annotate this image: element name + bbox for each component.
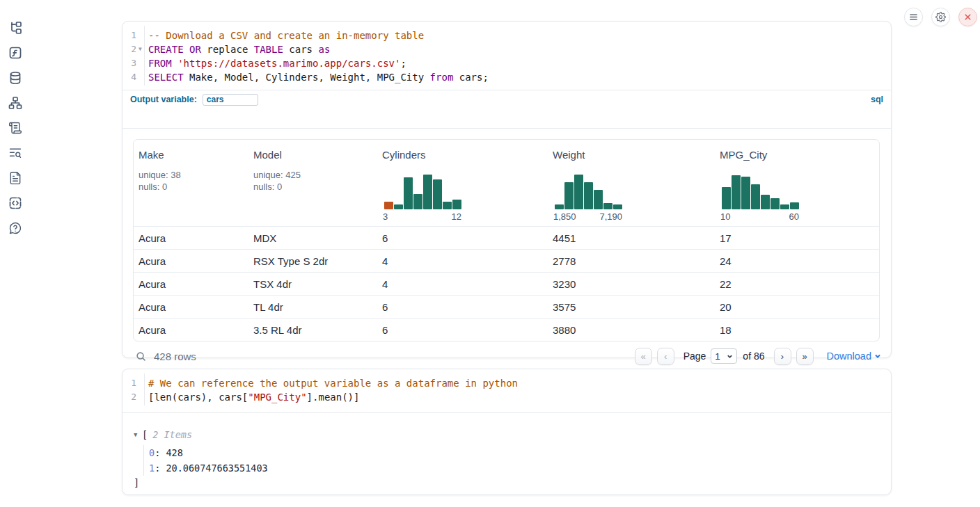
menu-button[interactable] [904,8,923,26]
items-count-label: 2 Items [152,429,192,440]
table-cell: 6 [377,232,548,244]
database-icon [8,71,22,85]
fold-chevron-icon[interactable]: ▼ [136,42,144,56]
shutdown-button[interactable] [958,8,977,26]
gear-icon [935,12,946,22]
line-number: 1 [122,29,136,42]
token-str: "MPG_City" [248,392,306,403]
function-variables-icon [8,46,22,60]
stat-line: nulls: 0 [253,181,377,193]
tree-entry: 0: 428 [149,445,891,460]
column-header-weight[interactable]: Weight1,8507,190 [548,140,715,226]
topbar-actions [904,8,977,26]
histogram-bar [613,204,622,209]
row-count: 428 rows [154,351,196,362]
collapse-chevron-icon[interactable]: ▼ [134,431,142,438]
code-text: FROM 'https://datasets.marimo.app/cars.c… [144,56,406,70]
sidebar-item-datasources[interactable] [3,65,28,90]
sidebar-item-variables[interactable] [3,40,28,65]
column-name: MPG_City [720,149,879,161]
histogram-axis: 1,8507,190 [555,211,622,222]
table-row: AcuraMDX6445117 [134,226,879,249]
column-header-model[interactable]: Modelunique: 425nulls: 0 [248,140,377,226]
line-number: 1 [122,376,136,390]
code-text: [len(cars), cars["MPG_City"].mean()] [144,390,359,404]
table-header-row: Makeunique: 38nulls: 0Modelunique: 425nu… [134,140,879,226]
line-number: 3 [122,56,136,70]
tree-root-row: ▼ [ 2 Items [134,428,891,441]
language-badge: sql [871,95,883,104]
column-name: Make [139,149,248,161]
histogram-bar [790,202,799,209]
python-code-editor[interactable]: 1# We can reference the output variable … [122,369,891,410]
previous-page-button[interactable]: ‹ [657,348,674,365]
output-variable-input[interactable] [203,94,258,106]
table-body: AcuraMDX6445117AcuraRSX Type S 2dr427782… [134,226,879,341]
token-pl [184,44,189,55]
histogram-bar [770,198,780,209]
sidebar-item-file-tree[interactable] [3,15,28,40]
histogram-bar [751,184,760,209]
code-line: 4SELECT Make, Model, Cylinders, Weight, … [122,70,891,84]
code-text: CREATE OR replace TABLE cars as [144,42,330,56]
token-com: -- Download a CSV and create an in-memor… [148,30,424,41]
sidebar-item-snippets[interactable] [3,191,28,216]
file-tree-icon [8,21,22,35]
page-total-label: of 86 [743,351,764,362]
line-number: 2 [122,390,136,404]
help-icon [8,221,22,235]
sidebar-item-scratchpad[interactable] [3,115,28,140]
document-icon [8,171,22,185]
list-tree-viewer: ▼ [ 2 Items 0: 4281: 20.060747663551403 … [122,413,891,490]
last-page-button[interactable]: » [796,348,814,365]
table-footer: 428 rows « ‹ Page 1 of 86 › » Download [133,344,881,368]
table-search-button[interactable] [133,348,148,364]
left-sidebar [0,0,31,507]
first-page-button[interactable]: « [635,348,652,365]
settings-button[interactable] [931,8,950,26]
output-variable-label: Output variable: [130,95,197,104]
histogram-bar [404,177,413,209]
column-header-cylinders[interactable]: Cylinders312 [377,140,548,226]
table-cell: 3575 [548,301,715,313]
column-histogram: 1060 [722,173,799,222]
table-cell: 6 [377,324,548,336]
table-row: AcuraTSX 4dr4323022 [134,272,879,295]
chevron-down-icon [727,353,733,360]
pagination: « ‹ Page 1 of 86 › » Download [630,348,881,365]
histogram-bar [413,194,422,209]
sql-cell-output: Makeunique: 38nulls: 0Modelunique: 425nu… [122,128,891,357]
chevron-down-icon [874,353,881,360]
sidebar-item-documentation[interactable] [3,166,28,191]
next-page-button[interactable]: › [774,348,791,365]
sql-cell: 1-- Download a CSV and create an in-memo… [122,21,892,358]
table-cell: 4451 [548,232,715,244]
sidebar-item-help[interactable] [3,216,28,241]
histogram-bars [384,173,461,209]
table-cell: 20 [715,301,879,313]
axis-min-label: 3 [383,211,388,222]
sidebar-item-logs[interactable] [3,140,28,166]
axis-max-label: 60 [789,211,799,222]
table-cell: 4 [377,255,548,267]
histogram-bar [423,175,432,209]
code-line: 2▼CREATE OR replace TABLE cars as [122,42,891,56]
download-button[interactable]: Download [827,351,882,362]
table-cell: MDX [248,232,377,244]
page-select[interactable]: 1 [711,348,737,364]
column-header-make[interactable]: Makeunique: 38nulls: 0 [134,140,248,226]
column-stats: unique: 425nulls: 0 [253,169,377,193]
sql-code-editor[interactable]: 1-- Download a CSV and create an in-memo… [122,22,891,90]
table-row: AcuraRSX Type S 2dr4277824 [134,249,879,272]
log-search-icon [8,146,22,160]
code-line: 1# We can reference the output variable … [122,376,891,390]
page-label: Page [683,351,706,362]
column-histogram: 1,8507,190 [555,173,622,222]
sidebar-item-dependency-graph[interactable] [3,90,28,115]
entry-index: 0 [149,447,155,458]
table-cell: 24 [715,255,879,267]
code-line: 2[len(cars), cars["MPG_City"].mean()] [122,390,891,404]
column-header-mpg_city[interactable]: MPG_City1060 [715,140,879,226]
close-bracket: ] [134,476,891,490]
token-kw: FROM [148,58,172,69]
